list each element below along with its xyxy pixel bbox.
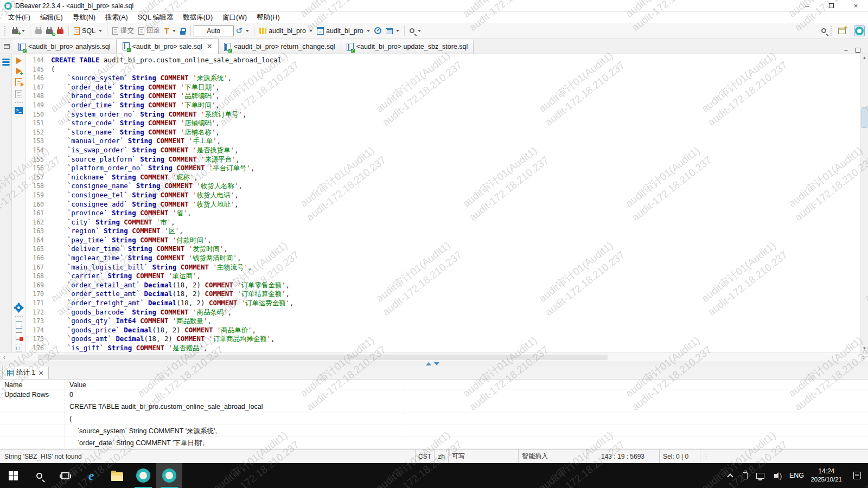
status-selection[interactable]: Sel: 0 | 0 <box>659 450 700 463</box>
schema-selector[interactable]: audit_bi_pro <box>315 26 372 36</box>
stats-col-value[interactable]: Value <box>65 380 405 389</box>
panel-sash[interactable] <box>0 361 868 367</box>
settings-gear-button[interactable] <box>15 304 22 311</box>
reconnect-button[interactable] <box>44 26 55 35</box>
code-line-176: 176 `is_gift` String COMMENT '是否赠品', <box>26 344 860 352</box>
scrollbar-thumb[interactable] <box>38 355 608 360</box>
execute-new-tab-button[interactable] <box>16 68 22 74</box>
sql-file-icon <box>123 42 130 50</box>
sash-down-arrow-icon[interactable] <box>434 362 439 365</box>
scroll-up-arrow[interactable]: ▲ <box>860 54 868 62</box>
tray-expand-button[interactable] <box>723 463 738 488</box>
maximize-editor-button[interactable] <box>856 48 860 53</box>
status-timezone[interactable]: CST <box>415 450 434 463</box>
lock-button[interactable] <box>178 26 188 36</box>
export-script-button[interactable] <box>16 321 22 329</box>
commit-button[interactable]: 提交 <box>110 25 136 36</box>
editor-horizontal-scrollbar[interactable]: ‹ › <box>0 352 868 361</box>
status-locale[interactable]: zh <box>434 450 448 463</box>
sql-file-icon <box>347 43 354 51</box>
dbeaver-taskbar-button-active[interactable] <box>156 463 182 488</box>
sql-editor[interactable]: 144CREATE TABLE audit_bi_pro.custom_onli… <box>26 54 860 352</box>
stats-row-0[interactable]: Updated Rows0 <box>0 389 868 401</box>
stats-rows: Updated Rows0CREATE TABLE audit_bi_pro.c… <box>0 389 868 449</box>
stats-col-name[interactable]: Name <box>0 380 65 389</box>
connect-button[interactable] <box>10 26 27 35</box>
minimize-editor-button[interactable]: – <box>844 46 848 54</box>
scroll-right-arrow[interactable]: › <box>859 354 868 361</box>
editor-tab-1[interactable]: <audit_bi_pro> sale.sql✕ <box>117 38 219 54</box>
transaction-mode-button[interactable]: T <box>162 25 178 36</box>
disconnect-button[interactable] <box>33 26 44 35</box>
dashboard-button[interactable] <box>372 26 384 35</box>
stats-row-3[interactable]: `source_system` String COMMENT '来源系统', <box>0 425 868 437</box>
stats-row-2[interactable]: ( <box>0 413 868 425</box>
sql-editor-button[interactable]: SQL <box>72 26 104 36</box>
tray-language-button[interactable]: ENG <box>787 463 806 488</box>
action-center-button[interactable] <box>846 463 868 488</box>
quick-search-button[interactable] <box>819 27 828 34</box>
chevron-down-icon <box>22 30 25 32</box>
editor-tab-0[interactable]: <audit_bi_pro> analysis.sql <box>13 40 117 54</box>
find-button[interactable] <box>407 27 423 34</box>
menu-item-4[interactable]: SQL 编辑器 <box>133 13 178 22</box>
status-insert-mode[interactable]: 智能插入 <box>518 450 586 463</box>
output-button[interactable] <box>384 26 401 35</box>
rollback-button[interactable]: 回滚 <box>136 25 162 36</box>
execute-script-button[interactable] <box>15 78 22 86</box>
scroll-left-arrow[interactable]: ‹ <box>0 354 9 361</box>
script-error-button[interactable] <box>16 332 22 340</box>
status-caret-position[interactable]: 143 : 19 : 5693 <box>586 450 659 463</box>
sash-up-arrow-icon[interactable] <box>426 362 431 365</box>
stats-cell-name <box>0 425 65 436</box>
disconnect-all-button[interactable] <box>55 26 66 35</box>
dbeaver-taskbar-button[interactable] <box>130 463 156 488</box>
start-button[interactable] <box>0 463 26 488</box>
menu-item-7[interactable]: 帮助(H) <box>252 13 284 22</box>
tray-network-button[interactable] <box>752 463 768 488</box>
transaction-log-button[interactable]: ↺ <box>234 25 252 36</box>
script-variables-button[interactable] <box>16 344 22 351</box>
maximize-button[interactable] <box>819 0 844 12</box>
stats-tab[interactable]: 统计 1 ✕ <box>2 367 49 379</box>
database-navigator-icon[interactable] <box>2 59 10 66</box>
file-explorer-button[interactable] <box>104 463 130 488</box>
explain-plan-button[interactable] <box>15 90 22 98</box>
tray-volume-button[interactable] <box>768 463 787 488</box>
task-view-button[interactable] <box>52 463 78 488</box>
open-perspective-button[interactable] <box>836 27 848 35</box>
status-writable[interactable]: 可写 <box>448 450 518 463</box>
menu-item-2[interactable]: 导航(N) <box>68 13 100 22</box>
chevron-up-icon <box>727 473 733 479</box>
code-line-164: 164 `pay_time` String COMMENT '付款时间', <box>26 236 860 245</box>
editor-tab-3[interactable]: <audit_bi_pro> update_sbz_store.sql <box>341 40 474 54</box>
stats-row-1[interactable]: CREATE TABLE audit_bi_pro.custom_online_… <box>0 401 868 413</box>
close-icon[interactable]: ✕ <box>207 42 213 50</box>
stats-row-4[interactable]: `order_date` String COMMENT '下单日期', <box>0 437 868 449</box>
internet-explorer-button[interactable]: e <box>78 463 104 488</box>
status-message: String 'SBZ_HIS' not found <box>0 450 415 463</box>
close-button[interactable]: × <box>844 0 868 12</box>
restore-panel-button[interactable] <box>0 38 13 54</box>
menu-item-6[interactable]: 窗口(W) <box>218 13 252 22</box>
line-number: 173 <box>26 317 51 326</box>
taskbar-search-button[interactable] <box>26 463 52 488</box>
sql-console-button[interactable]: >_ <box>15 107 23 114</box>
connection-selector[interactable]: audit_bi_pro <box>257 26 315 36</box>
menu-item-0[interactable]: 文件(F) <box>3 13 35 22</box>
menu-item-3[interactable]: 搜索(A) <box>100 13 133 22</box>
execute-statement-button[interactable] <box>16 57 22 64</box>
editor-tab-2[interactable]: <audit_bi_pro> return_change.sql <box>219 40 341 54</box>
tray-clock[interactable]: 14:242025/10/21 <box>806 463 846 488</box>
minimize-button[interactable]: – <box>795 0 819 12</box>
autocommit-combo[interactable]: Auto <box>194 25 234 36</box>
scroll-down-arrow[interactable]: ▼ <box>860 345 868 352</box>
editor-vertical-scrollbar[interactable]: ▲ ▼ <box>860 54 868 352</box>
scrollbar-thumb[interactable] <box>861 107 867 128</box>
close-icon[interactable]: ✕ <box>38 369 43 377</box>
menu-item-1[interactable]: 编辑(E) <box>35 13 68 22</box>
menu-item-5[interactable]: 数据库(D) <box>178 13 218 22</box>
tray-usb-button[interactable] <box>738 463 752 488</box>
stats-tab-row: 统计 1 ✕ <box>0 367 868 380</box>
dbeaver-perspective-button[interactable] <box>854 25 865 36</box>
